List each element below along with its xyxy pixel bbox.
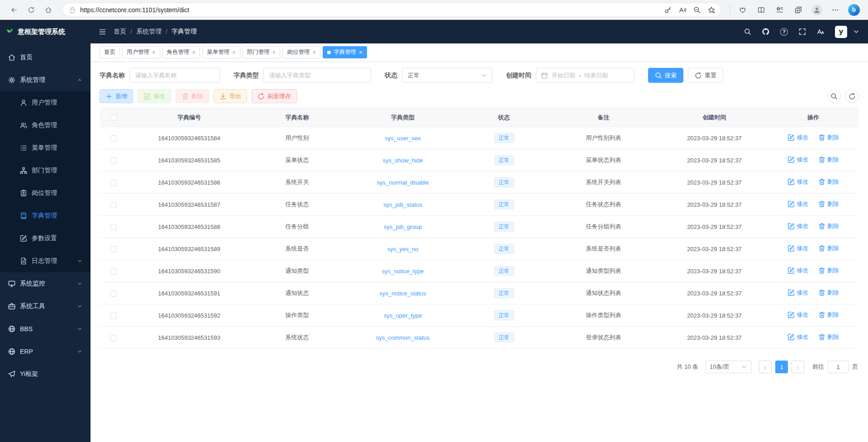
row-edit-link[interactable]: 修改 (787, 133, 808, 142)
row-checkbox[interactable] (110, 290, 117, 297)
tab-dept[interactable]: 部门管理 × (243, 46, 281, 58)
row-delete-link[interactable]: 删除 (818, 311, 839, 319)
page-size-select[interactable]: 10条/页 (706, 361, 752, 373)
menu-fold-icon[interactable] (99, 28, 106, 36)
collections-button[interactable] (791, 2, 806, 18)
row-edit-link[interactable]: 修改 (787, 156, 808, 164)
row-edit-link[interactable]: 修改 (787, 266, 808, 275)
reset-button[interactable]: 重置 (688, 68, 723, 83)
dict-type-link[interactable]: sys_yes_no (387, 246, 419, 252)
row-delete-link[interactable]: 删除 (818, 133, 839, 142)
sidebar-item-role[interactable]: 角色管理 (0, 114, 91, 137)
sidebar-item-home[interactable]: 首页 (0, 46, 91, 69)
dict-name-input[interactable] (129, 68, 220, 83)
bing-sidebar-button[interactable]: b (846, 2, 862, 18)
row-checkbox[interactable] (110, 202, 117, 208)
tab-dict[interactable]: 字典管理 × (323, 46, 367, 58)
row-checkbox[interactable] (110, 157, 117, 164)
sidebar-item-post[interactable]: 岗位管理 (0, 182, 91, 204)
row-delete-link[interactable]: 删除 (818, 178, 839, 186)
close-icon[interactable]: × (359, 49, 362, 55)
sidebar-item-tools[interactable]: 系统工具 (0, 295, 91, 318)
address-bar[interactable]: https://ccnetcore.com:1101/system/dict (62, 3, 721, 17)
yi-logo[interactable]: y (835, 26, 847, 38)
add-button[interactable]: 新增 (100, 89, 133, 103)
refresh-table-button[interactable] (845, 90, 859, 103)
browser-home-button[interactable] (41, 2, 56, 18)
dict-type-link[interactable]: sys_oper_type (384, 312, 422, 319)
row-delete-link[interactable]: 删除 (818, 244, 839, 252)
breadcrumb-system[interactable]: 系统管理 (136, 28, 162, 36)
row-delete-link[interactable]: 删除 (818, 289, 839, 297)
sidebar-item-dict[interactable]: 字典管理 (0, 204, 91, 227)
select-all-checkbox[interactable] (110, 114, 117, 121)
dict-type-link[interactable]: sys_user_sex (385, 135, 420, 142)
row-checkbox[interactable] (110, 135, 117, 142)
browser-menu-button[interactable] (828, 2, 843, 18)
row-delete-link[interactable]: 删除 (818, 200, 839, 208)
sidebar-item-erp[interactable]: ERP (0, 340, 91, 363)
font-size-icon[interactable] (817, 28, 824, 35)
dict-type-input[interactable] (263, 68, 371, 83)
browser-essentials-button[interactable] (735, 2, 750, 18)
dict-type-link[interactable]: sys_notice_status (379, 290, 426, 297)
back-button[interactable] (6, 2, 22, 18)
app-logo[interactable]: 意框架管理系统 (0, 20, 91, 43)
dict-type-link[interactable]: sys_job_status (383, 201, 422, 208)
sidebar-item-yi[interactable]: Yi框架 (0, 363, 91, 385)
help-icon[interactable]: ? (780, 28, 788, 36)
sidebar-item-system[interactable]: 系统管理 (0, 69, 91, 91)
profile-button[interactable] (809, 2, 825, 18)
export-button[interactable]: 导出 (214, 89, 247, 103)
row-delete-link[interactable]: 删除 (818, 222, 839, 230)
row-edit-link[interactable]: 修改 (787, 311, 808, 319)
sidebar-item-monitor[interactable]: 系统监控 (0, 272, 91, 295)
search-icon[interactable] (744, 28, 751, 35)
row-edit-link[interactable]: 修改 (787, 244, 808, 252)
github-icon[interactable] (762, 28, 769, 35)
row-edit-link[interactable]: 修改 (787, 178, 808, 186)
status-select[interactable]: 正常 (402, 68, 492, 83)
row-edit-link[interactable]: 修改 (787, 222, 808, 230)
row-checkbox[interactable] (110, 246, 117, 252)
sidebar-item-bbs[interactable]: BBS (0, 318, 91, 340)
end-date-placeholder[interactable]: 结束日期 (584, 71, 608, 80)
tab-menu[interactable]: 菜单管理 × (202, 46, 240, 58)
row-checkbox[interactable] (110, 224, 117, 230)
refresh-cache-button[interactable]: 刷新缓存 (252, 89, 297, 103)
tab-home[interactable]: 首页 (100, 46, 120, 58)
row-edit-link[interactable]: 修改 (787, 200, 808, 208)
split-screen-button[interactable] (754, 2, 769, 18)
sidebar-item-dept[interactable]: 部门管理 (0, 159, 91, 182)
password-key-icon[interactable] (664, 6, 672, 14)
row-delete-link[interactable]: 删除 (818, 333, 839, 341)
close-icon[interactable]: × (272, 49, 276, 55)
row-checkbox[interactable] (110, 335, 117, 341)
sidebar-item-log[interactable]: 日志管理 (0, 250, 91, 272)
dict-type-link[interactable]: sys_show_hide (383, 157, 423, 164)
close-icon[interactable]: × (152, 49, 156, 55)
sidebar-item-param[interactable]: 参数设置 (0, 227, 91, 250)
search-button[interactable]: 搜索 (648, 68, 683, 83)
start-date-placeholder[interactable]: 开始日期 (552, 71, 575, 80)
sidebar-item-user[interactable]: 用户管理 (0, 91, 91, 114)
tab-post[interactable]: 岗位管理 × (282, 46, 320, 58)
dict-type-link[interactable]: sys_common_status (376, 334, 430, 341)
zoom-icon[interactable] (693, 6, 701, 14)
add-favorite-icon[interactable] (708, 6, 715, 14)
row-delete-link[interactable]: 删除 (818, 266, 839, 275)
row-edit-link[interactable]: 修改 (787, 289, 808, 297)
close-icon[interactable]: × (312, 49, 316, 55)
row-checkbox[interactable] (110, 313, 117, 319)
dict-type-link[interactable]: sys_job_group (384, 223, 422, 230)
sidebar-item-menu[interactable]: 菜单管理 (0, 137, 91, 159)
read-aloud-icon[interactable] (679, 6, 686, 14)
dict-type-link[interactable]: sys_notice_type (382, 268, 424, 275)
breadcrumb-home[interactable]: 首页 (114, 28, 126, 36)
goto-page-input[interactable] (828, 361, 849, 373)
current-page-button[interactable]: 1 (775, 361, 788, 373)
date-range-picker[interactable]: 开始日期 - 结束日期 (536, 68, 634, 83)
chevron-down-icon[interactable] (853, 28, 860, 35)
prev-page-button[interactable]: ‹ (759, 361, 772, 373)
row-checkbox[interactable] (110, 180, 117, 186)
